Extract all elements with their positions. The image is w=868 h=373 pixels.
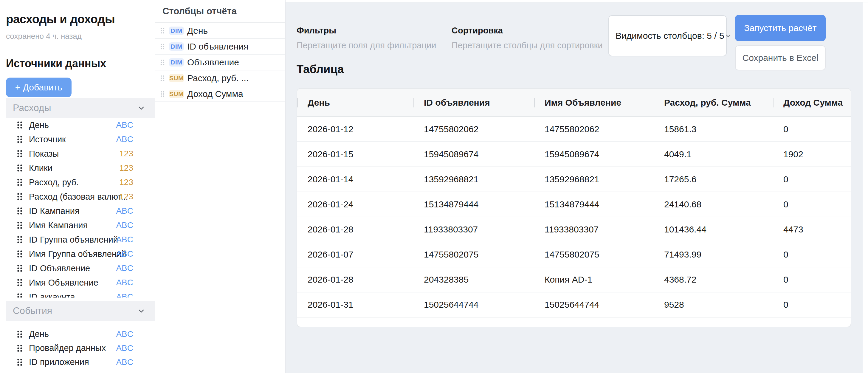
- field-row[interactable]: ID Кампания ABC: [0, 204, 155, 218]
- column-visibility-dropdown[interactable]: Видимость столбцов: 5 / 5: [609, 15, 727, 56]
- field-label: ID Группа объявлений: [29, 235, 118, 245]
- field-type-badge: ABC: [116, 357, 133, 367]
- drag-handle-icon: [17, 164, 23, 172]
- section-label: Расходы: [13, 102, 137, 113]
- field-row[interactable]: Клики 123: [0, 161, 155, 175]
- field-type-badge: ABC: [116, 120, 133, 130]
- table-header-cell[interactable]: День: [297, 89, 413, 116]
- cell-cost-sum: 17265.6: [654, 167, 773, 192]
- field-row[interactable]: Провайдер данных ABC: [0, 341, 155, 355]
- drag-handle-icon: [160, 75, 165, 81]
- field-row[interactable]: Имя Группа объявлений ABC: [0, 247, 155, 261]
- cell-income-sum: 0: [773, 292, 851, 317]
- cell-ad-id: 15134879444: [413, 192, 534, 217]
- report-column-row[interactable]: DIM Объявление: [155, 55, 285, 70]
- table-header-cell[interactable]: Расход, руб. Сумма: [654, 89, 773, 116]
- section-header-events[interactable]: События: [6, 301, 155, 321]
- chevron-down-icon: [137, 104, 146, 113]
- table-header-cell[interactable]: Имя Объявление: [534, 89, 654, 116]
- field-type-badge: ABC: [116, 135, 133, 144]
- field-row[interactable]: Имя Кампания ABC: [0, 218, 155, 232]
- field-type-badge: ABC: [116, 235, 133, 245]
- cell-ad-id: 13592968821: [413, 167, 534, 192]
- cell-day: 2026-01-28: [297, 217, 413, 242]
- field-row[interactable]: ID приложения ABC: [0, 355, 155, 369]
- column-label: ID объявления: [187, 41, 248, 52]
- field-label: Показы: [29, 149, 59, 159]
- cell-day: 2026-01-07: [297, 242, 413, 267]
- report-column-row[interactable]: DIM День: [155, 23, 285, 39]
- field-type-badge: ABC: [116, 206, 133, 216]
- report-columns-list: DIM День DIM ID объявления DIM Объ: [155, 23, 285, 102]
- field-row[interactable]: День ABC: [0, 118, 155, 132]
- field-row[interactable]: Расход (базовая валют... 123: [0, 190, 155, 204]
- report-column-row[interactable]: SUM Расход, руб. ...: [155, 70, 285, 86]
- field-row[interactable]: Источник ABC: [0, 132, 155, 146]
- cell-cost-sum: 15861.3: [654, 117, 773, 141]
- table-row: 2026-01-07 14755802075 14755802075 71493…: [297, 242, 851, 267]
- expenses-field-list: День ABC Источник ABC Показы 123: [0, 118, 155, 297]
- filters-dropzone[interactable]: Перетащите поля для фильтрации: [297, 40, 436, 51]
- drag-handle-icon: [17, 344, 23, 352]
- field-row[interactable]: Расход, руб. 123: [0, 175, 155, 190]
- chevron-down-icon: [724, 32, 732, 40]
- cell-ad-name: 15945089674: [534, 142, 654, 167]
- sorting-label: Сортировка: [452, 26, 503, 35]
- events-field-list: День ABC Провайдер данных ABC ID приложе…: [0, 327, 155, 373]
- field-label: Расход (базовая валют...: [29, 192, 128, 202]
- column-type-badge: DIM: [169, 27, 184, 35]
- drag-handle-icon: [17, 330, 23, 338]
- field-row[interactable]: Имя Объявление ABC: [0, 276, 155, 290]
- add-source-button[interactable]: + Добавить: [6, 78, 71, 97]
- cell-income-sum: 1902: [773, 142, 851, 167]
- cell-cost-sum: 101436.44: [654, 217, 773, 242]
- column-type-badge: DIM: [169, 58, 184, 66]
- drag-handle-icon: [160, 27, 165, 34]
- data-sources-heading: Источники данных: [6, 57, 106, 70]
- field-type-badge: ABC: [116, 249, 133, 259]
- field-row[interactable]: ID Объявление ABC: [0, 261, 155, 276]
- field-row[interactable]: Показы 123: [0, 146, 155, 161]
- field-row[interactable]: ID аккаунта ABC: [0, 290, 155, 297]
- main-area: Фильтры Перетащите поля для фильтрации С…: [285, 2, 863, 373]
- report-column-row[interactable]: DIM ID объявления: [155, 39, 285, 55]
- table-row: 2026-01-12 14755802062 14755802062 15861…: [297, 117, 851, 142]
- field-row[interactable]: ID Группа объявлений ABC: [0, 232, 155, 247]
- table-heading: Таблица: [297, 63, 344, 76]
- export-excel-button[interactable]: Сохранить в Excel: [735, 45, 826, 70]
- field-type-badge: ABC: [116, 263, 133, 273]
- field-row[interactable]: День ABC: [0, 327, 155, 341]
- table-row: 2026-01-28 11933803307 11933803307 10143…: [297, 217, 851, 242]
- cell-ad-id: 14755802062: [413, 117, 534, 141]
- drag-handle-icon: [17, 136, 23, 143]
- column-type-badge: DIM: [169, 42, 184, 51]
- cell-income-sum: 0: [773, 242, 851, 267]
- column-visibility-value: Видимость столбцов: 5 / 5: [616, 31, 724, 41]
- field-type-badge: ABC: [116, 221, 133, 230]
- report-column-row[interactable]: SUM Доход Сумма: [155, 86, 285, 102]
- table-header-row: День ID объявления Имя Объявление Расход…: [297, 89, 851, 117]
- field-type-badge: ABC: [116, 343, 133, 353]
- table-header-cell[interactable]: Доход Сумма: [773, 89, 851, 116]
- drag-handle-icon: [17, 358, 23, 366]
- table-row: 2026-01-15 15945089674 15945089674 4049.…: [297, 142, 851, 167]
- add-source-button-label: + Добавить: [15, 82, 62, 92]
- run-calculation-button[interactable]: Запустить расчёт: [735, 15, 826, 41]
- field-label: Провайдер данных: [29, 343, 106, 353]
- field-label: ID аккаунта: [29, 292, 75, 298]
- cell-ad-name: Копия AD-1: [534, 267, 654, 292]
- cell-income-sum: 0: [773, 267, 851, 292]
- field-label: Имя Кампания: [29, 221, 88, 230]
- sorting-dropzone[interactable]: Перетащите столбцы для сортировки: [452, 40, 603, 51]
- cell-day: 2026-01-14: [297, 167, 413, 192]
- field-label: ID приложения: [29, 357, 89, 367]
- results-table: День ID объявления Имя Объявление Расход…: [297, 88, 851, 327]
- field-label: ID Кампания: [29, 206, 80, 216]
- export-excel-label: Сохранить в Excel: [742, 53, 818, 63]
- cell-ad-name: 15025644744: [534, 292, 654, 317]
- table-header-cell[interactable]: ID объявления: [413, 89, 534, 116]
- section-header-expenses[interactable]: Расходы: [6, 98, 155, 118]
- cell-day: 2026-01-28: [297, 267, 413, 292]
- field-type-badge: ABC: [116, 329, 133, 339]
- column-label: День: [187, 26, 208, 36]
